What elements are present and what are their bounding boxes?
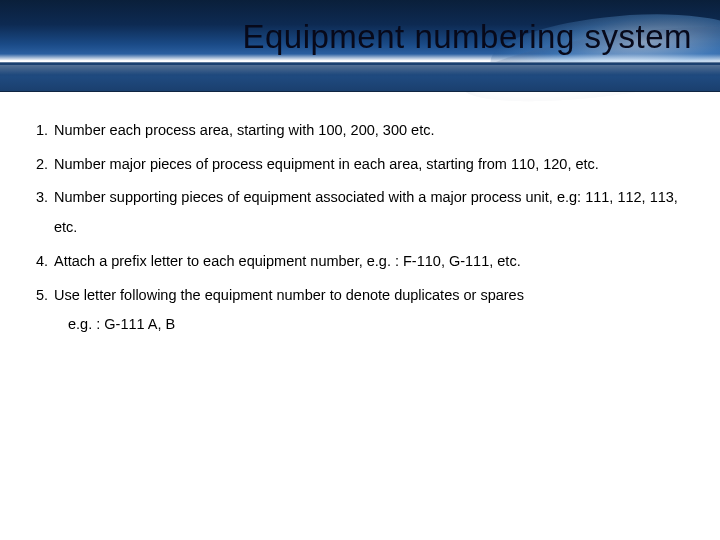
list-item: Attach a prefix letter to each equipment… <box>52 247 692 277</box>
slide-body: Number each process area, starting with … <box>0 98 720 340</box>
list-item: Number each process area, starting with … <box>52 116 692 146</box>
numbered-list: Number each process area, starting with … <box>28 116 692 340</box>
list-item-text: Attach a prefix letter to each equipment… <box>54 253 521 269</box>
list-item-text: Number each process area, starting with … <box>54 122 434 138</box>
list-item: Number supporting pieces of equipment as… <box>52 183 692 242</box>
list-item-text: Use letter following the equipment numbe… <box>54 287 524 303</box>
list-item: Number major pieces of process equipment… <box>52 150 692 180</box>
list-item-text: Number major pieces of process equipment… <box>54 156 599 172</box>
slide-header: Equipment numbering system <box>0 0 720 98</box>
page-title: Equipment numbering system <box>242 18 692 56</box>
list-item-extra: e.g. : G-111 A, B <box>68 310 692 340</box>
list-item-text: Number supporting pieces of equipment as… <box>54 189 678 235</box>
header-bar <box>0 62 720 92</box>
list-item: Use letter following the equipment numbe… <box>52 281 692 340</box>
